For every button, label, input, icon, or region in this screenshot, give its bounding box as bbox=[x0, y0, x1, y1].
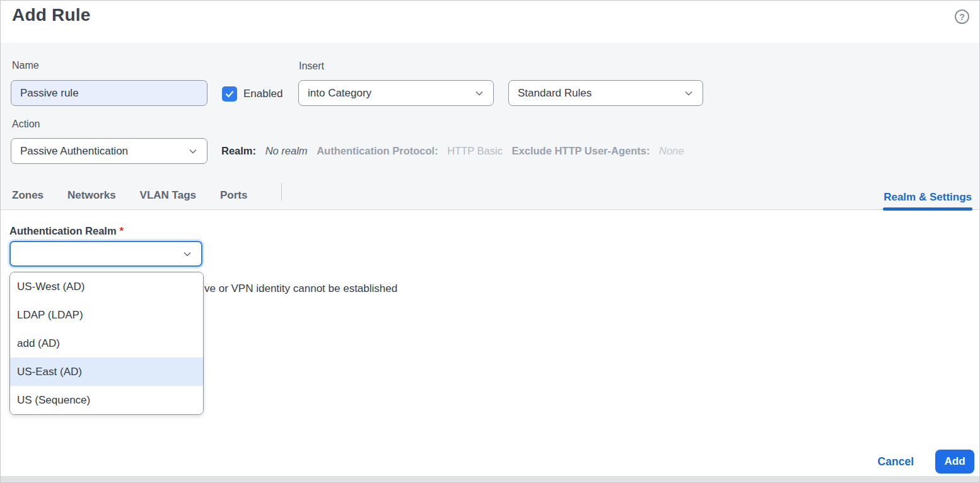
active-auth-fallback-text: ve or VPN identity cannot be established bbox=[204, 282, 397, 295]
page-title: Add Rule bbox=[12, 5, 90, 25]
exclude-agents-summary-value: None bbox=[659, 145, 684, 156]
authentication-realm-label: Authentication Realm* bbox=[9, 225, 124, 237]
insert-position-dropdown[interactable]: into Category bbox=[298, 80, 494, 106]
action-dropdown[interactable]: Passive Authentication bbox=[11, 138, 207, 164]
add-rule-dialog: Add Rule Name Passive rule Enabled Inser… bbox=[0, 0, 980, 483]
dialog-header: Add Rule bbox=[1, 1, 979, 43]
exclude-agents-summary-label: Exclude HTTP User-Agents: bbox=[512, 145, 650, 156]
realm-settings-panel: Authentication Realm* ve or VPN identity… bbox=[1, 211, 979, 476]
protocol-summary-value: HTTP Basic bbox=[447, 145, 503, 156]
insert-category-dropdown[interactable]: Standard Rules bbox=[508, 80, 703, 106]
tab-divider bbox=[281, 183, 282, 201]
realm-option-ldap[interactable]: LDAP (LDAP) bbox=[10, 301, 203, 329]
realm-summary-value: No realm bbox=[265, 145, 308, 156]
name-input[interactable]: Passive rule bbox=[11, 80, 207, 106]
realm-option-us-east[interactable]: US-East (AD) bbox=[10, 358, 203, 386]
add-button[interactable]: Add bbox=[935, 450, 974, 474]
authentication-realm-select[interactable] bbox=[9, 241, 202, 267]
realm-dropdown-list: US-West (AD) LDAP (LDAP) add (AD) US-Eas… bbox=[9, 272, 204, 415]
tab-zones[interactable]: Zones bbox=[12, 189, 44, 202]
insert-category-value: Standard Rules bbox=[518, 87, 592, 100]
realm-option-us-west[interactable]: US-West (AD) bbox=[10, 272, 203, 301]
realm-option-add[interactable]: add (AD) bbox=[10, 329, 203, 358]
tab-networks[interactable]: Networks bbox=[67, 189, 116, 202]
action-label: Action bbox=[12, 119, 40, 130]
insert-position-value: into Category bbox=[308, 87, 371, 100]
realm-option-us-sequence[interactable]: US (Sequence) bbox=[10, 386, 203, 414]
rule-summary: Realm: No realm Authentication Protocol:… bbox=[221, 145, 690, 157]
insert-label: Insert bbox=[299, 61, 324, 72]
tab-ports[interactable]: Ports bbox=[220, 189, 247, 202]
protocol-summary-label: Authentication Protocol: bbox=[317, 145, 438, 156]
realm-summary-label: Realm: bbox=[221, 145, 256, 156]
enabled-label: Enabled bbox=[243, 88, 283, 100]
name-label: Name bbox=[12, 60, 39, 71]
authentication-realm-label-text: Authentication Realm bbox=[9, 225, 117, 236]
chevron-down-icon bbox=[182, 249, 192, 259]
tab-realm-settings-label: Realm & Settings bbox=[884, 191, 972, 203]
required-asterisk: * bbox=[120, 225, 124, 236]
cancel-button[interactable]: Cancel bbox=[878, 450, 914, 474]
rule-tabs: Zones Networks VLAN Tags Ports bbox=[12, 189, 247, 202]
enabled-checkbox[interactable] bbox=[222, 86, 237, 102]
chevron-down-icon bbox=[188, 146, 198, 156]
tab-vlan-tags[interactable]: VLAN Tags bbox=[140, 189, 196, 202]
action-value: Passive Authentication bbox=[20, 145, 128, 158]
check-icon bbox=[225, 89, 235, 99]
tab-realm-settings[interactable]: Realm & Settings bbox=[884, 191, 972, 209]
bottom-strip bbox=[1, 476, 979, 482]
help-circle-icon[interactable] bbox=[955, 9, 969, 24]
chevron-down-icon bbox=[474, 88, 484, 98]
chevron-down-icon bbox=[684, 88, 694, 98]
rule-form-section: Name Passive rule Enabled Insert into Ca… bbox=[1, 43, 979, 210]
name-input-value: Passive rule bbox=[20, 87, 79, 100]
